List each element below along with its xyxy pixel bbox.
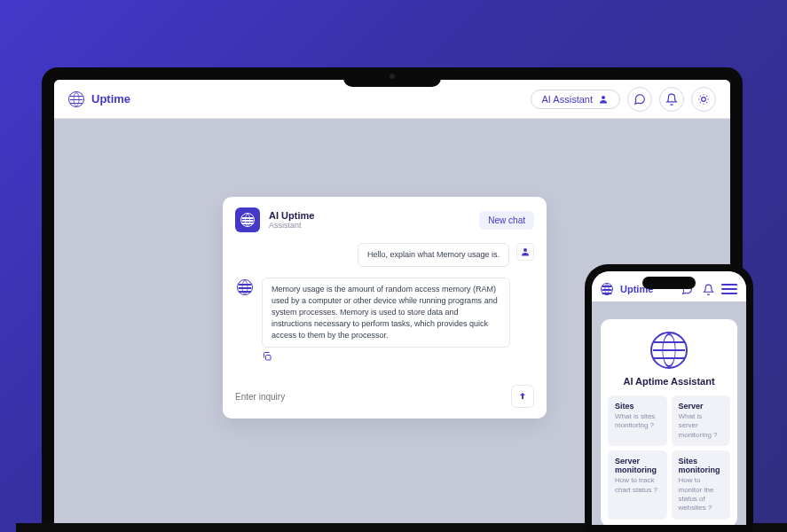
topic-title: Sites (615, 402, 660, 411)
bell-icon (703, 284, 714, 295)
topic-card[interactable]: Sites What is sites monitoring ? (608, 395, 667, 446)
ai-message-row: Memory usage is the amount of random acc… (235, 278, 534, 348)
chat-card: AI Uptime Assistant New chat Hello, expl… (223, 197, 547, 419)
topic-title: Sites monitoring (679, 457, 724, 474)
svg-rect-3 (266, 356, 272, 361)
topic-card[interactable]: Server What is server monitoring ? (672, 395, 731, 446)
topics-grid: Sites What is sites monitoring ? Server … (608, 395, 730, 520)
phone-card-title: AI Aptime Assistant (608, 376, 730, 387)
new-chat-button[interactable]: New chat (479, 211, 534, 230)
phone-screen: Uptime AI Aptime Assistant Sites What is… (592, 271, 746, 525)
topic-card[interactable]: Sites monitoring How to monitor the stat… (672, 450, 731, 520)
chat-icon (634, 93, 646, 106)
ai-avatar (235, 207, 260, 232)
chat-input-row (235, 379, 534, 408)
menu-button[interactable] (721, 281, 737, 297)
brand-name: Uptime (91, 92, 130, 106)
globe-icon-large (650, 332, 688, 369)
user-message-bubble: Hello, explain what Memory usage is. (358, 243, 509, 267)
sun-icon (697, 93, 710, 106)
topic-title: Server (679, 402, 724, 411)
user-message-row: Hello, explain what Memory usage is. (235, 243, 534, 267)
chat-input[interactable] (235, 392, 504, 402)
globe-icon (68, 91, 84, 107)
globe-icon (237, 279, 253, 295)
bell-icon (665, 93, 678, 106)
ai-message-bubble: Memory usage is the amount of random acc… (262, 278, 510, 348)
ai-avatar-inline (235, 278, 255, 297)
ai-assistant-pill[interactable]: AI Assistant (531, 90, 620, 109)
topic-subtitle: How to track chart status ? (615, 476, 660, 495)
user-avatar (516, 243, 534, 261)
chat-subtitle: Assistant (269, 221, 470, 230)
copy-icon (262, 351, 272, 362)
svg-point-1 (702, 97, 706, 101)
chat-title: AI Uptime (269, 210, 470, 221)
phone-assistant-card: AI Aptime Assistant Sites What is sites … (601, 319, 737, 525)
arrow-up-icon (517, 391, 528, 402)
ai-pill-label: AI Assistant (542, 94, 593, 105)
chat-icon-button[interactable] (627, 87, 652, 112)
theme-icon-button[interactable] (691, 87, 716, 112)
phone-bell-button[interactable] (700, 281, 716, 297)
topic-card[interactable]: Server monitoring How to track chart sta… (608, 450, 667, 520)
globe-icon (601, 283, 613, 295)
chat-header: AI Uptime Assistant New chat (235, 207, 534, 232)
copy-button[interactable] (262, 351, 534, 362)
svg-point-2 (523, 248, 527, 252)
hamburger-icon (721, 284, 737, 294)
bell-icon-button[interactable] (659, 87, 684, 112)
send-button[interactable] (511, 385, 534, 408)
topic-subtitle: What is sites monitoring ? (615, 412, 660, 431)
user-icon (520, 246, 531, 257)
brand[interactable]: Uptime (68, 91, 130, 107)
topic-subtitle: How to monitor the status of websites ? (679, 476, 724, 513)
user-icon (598, 94, 609, 105)
topic-title: Server monitoring (615, 457, 660, 474)
laptop-camera (390, 74, 395, 79)
svg-point-0 (602, 96, 605, 99)
phone-frame: Uptime AI Aptime Assistant Sites What is… (585, 264, 753, 532)
phone-notch (642, 277, 696, 289)
globe-icon (240, 213, 255, 227)
topic-subtitle: What is server monitoring ? (679, 412, 724, 440)
